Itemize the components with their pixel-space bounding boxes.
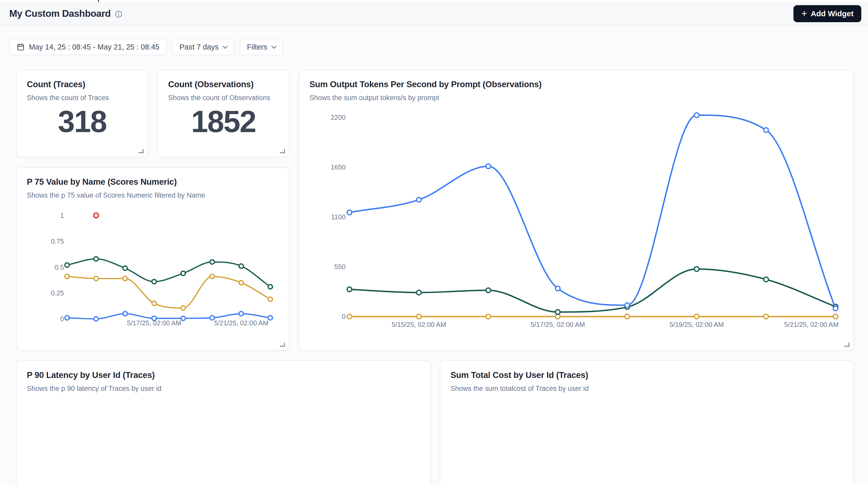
data-point bbox=[181, 306, 185, 310]
svg-text:5/19/25, 02:00 AM: 5/19/25, 02:00 AM bbox=[670, 321, 724, 328]
count-observations-card: Count (Observations) Shows the count of … bbox=[157, 70, 289, 157]
data-point bbox=[210, 274, 214, 279]
line-chart: 00.250.50.7515/17/25, 02:00 AM5/21/25, 0… bbox=[26, 207, 289, 346]
toolbar: May 14, 25 : 08:45 - May 21, 25 : 08:45 … bbox=[9, 39, 283, 55]
data-point bbox=[486, 164, 491, 169]
data-point bbox=[347, 287, 352, 292]
p75-value-chart-card: P 75 Value by Name (Scores Numeric) Show… bbox=[16, 167, 289, 351]
total-cost-chart-card: Sum Total Cost by User Id (Traces) Shows… bbox=[440, 360, 854, 485]
data-point bbox=[625, 314, 629, 319]
data-point bbox=[764, 128, 769, 132]
data-point bbox=[347, 210, 352, 215]
outlier-point bbox=[94, 213, 98, 218]
add-widget-label: Add Widget bbox=[811, 9, 854, 18]
p90-chart-canvas[interactable] bbox=[26, 403, 424, 485]
data-point bbox=[239, 264, 243, 268]
card-title: Sum Output Tokens Per Second by Prompt (… bbox=[309, 80, 843, 89]
data-point bbox=[833, 314, 838, 319]
svg-text:1650: 1650 bbox=[331, 163, 346, 171]
svg-text:0: 0 bbox=[60, 315, 64, 323]
data-point bbox=[764, 314, 769, 319]
data-point bbox=[625, 303, 629, 307]
resize-handle-icon[interactable] bbox=[138, 149, 144, 153]
date-range-picker[interactable]: May 14, 25 : 08:45 - May 21, 25 : 08:45 bbox=[9, 39, 166, 55]
data-point bbox=[694, 314, 699, 319]
data-point bbox=[152, 301, 156, 305]
data-point bbox=[694, 113, 699, 117]
cost-chart-canvas[interactable] bbox=[450, 398, 845, 485]
data-point bbox=[181, 316, 185, 321]
info-icon[interactable] bbox=[115, 10, 123, 18]
data-point bbox=[416, 314, 421, 319]
calendar-icon bbox=[17, 43, 25, 51]
data-point bbox=[123, 276, 127, 281]
p75-chart-canvas[interactable]: 00.250.50.7515/17/25, 02:00 AM5/21/25, 0… bbox=[26, 207, 289, 346]
data-point bbox=[94, 276, 98, 281]
card-title: P 75 Value by Name (Scores Numeric) bbox=[27, 177, 279, 187]
data-point bbox=[268, 284, 272, 289]
plus-icon: + bbox=[801, 8, 807, 18]
count-traces-value: 318 bbox=[27, 102, 137, 148]
y-axis-ticks: 0550110016502200 bbox=[331, 114, 346, 321]
card-title: P 90 Latency by User Id (Traces) bbox=[27, 370, 420, 380]
svg-text:2200: 2200 bbox=[331, 114, 346, 121]
data-point bbox=[65, 274, 69, 279]
data-point bbox=[210, 260, 214, 264]
data-point bbox=[833, 306, 838, 311]
data-point bbox=[555, 286, 560, 291]
data-point bbox=[94, 317, 98, 321]
card-subtitle: Shows the p 90 latency of Traces by user… bbox=[27, 385, 420, 393]
card-subtitle: Shows the count of Traces bbox=[27, 94, 137, 102]
filters-dropdown[interactable]: Filters bbox=[240, 39, 283, 55]
line-chart: 05501100165022005/15/25, 02:00 AM5/17/25… bbox=[309, 109, 844, 338]
data-point bbox=[181, 271, 185, 275]
card-title: Count (Observations) bbox=[168, 80, 279, 89]
data-point bbox=[416, 198, 421, 202]
chevron-down-icon bbox=[222, 43, 228, 49]
data-point bbox=[555, 310, 560, 314]
resize-handle-icon[interactable] bbox=[844, 342, 849, 347]
count-traces-card: Count (Traces) Shows the count of Traces… bbox=[16, 70, 148, 157]
title-wrap: My Custom Dashboard bbox=[9, 8, 123, 19]
svg-text:5/21/25, 02:00 AM: 5/21/25, 02:00 AM bbox=[784, 321, 839, 328]
data-point bbox=[152, 316, 156, 321]
svg-text:5/15/25, 02:00 AM: 5/15/25, 02:00 AM bbox=[392, 321, 446, 328]
resize-handle-icon[interactable] bbox=[280, 149, 285, 153]
top-strip bbox=[0, 0, 868, 2]
data-point bbox=[210, 315, 214, 320]
date-preset-value: Past 7 days bbox=[180, 43, 219, 51]
tokens-per-second-chart-card: Sum Output Tokens Per Second by Prompt (… bbox=[299, 70, 854, 351]
data-point bbox=[65, 263, 69, 267]
page-title: My Custom Dashboard bbox=[9, 8, 111, 19]
card-subtitle: Shows the p 75 value of Scores Numeric f… bbox=[27, 191, 279, 200]
svg-text:5/17/25, 02:00 AM: 5/17/25, 02:00 AM bbox=[530, 321, 585, 328]
data-point bbox=[123, 266, 127, 270]
svg-text:0.75: 0.75 bbox=[51, 237, 64, 245]
data-point bbox=[486, 288, 491, 293]
data-point bbox=[268, 297, 272, 301]
data-point bbox=[123, 311, 127, 316]
chevron-down-icon bbox=[271, 43, 276, 49]
data-point bbox=[694, 267, 699, 271]
date-range-value: May 14, 25 : 08:45 - May 21, 25 : 08:45 bbox=[29, 43, 159, 51]
data-point bbox=[152, 279, 156, 284]
data-point bbox=[764, 277, 769, 282]
date-preset-dropdown[interactable]: Past 7 days bbox=[172, 39, 234, 55]
add-widget-button[interactable]: + Add Widget bbox=[794, 5, 861, 22]
page-header: My Custom Dashboard + Add Widget bbox=[0, 2, 868, 26]
data-point bbox=[268, 315, 272, 320]
resize-handle-icon[interactable] bbox=[280, 342, 285, 347]
data-point bbox=[347, 314, 352, 319]
data-point bbox=[94, 257, 98, 261]
svg-text:0.5: 0.5 bbox=[55, 263, 64, 271]
svg-text:1100: 1100 bbox=[331, 213, 346, 221]
card-subtitle: Shows the sum output tokens/s by prompt bbox=[309, 94, 843, 102]
card-title: Count (Traces) bbox=[27, 80, 137, 89]
svg-text:0: 0 bbox=[342, 313, 346, 321]
p90-latency-chart-card: P 90 Latency by User Id (Traces) Shows t… bbox=[16, 360, 431, 485]
card-title: Sum Total Cost by User Id (Traces) bbox=[451, 370, 843, 380]
svg-text:5/21/25, 02:00 AM: 5/21/25, 02:00 AM bbox=[214, 319, 269, 327]
line-series-1 bbox=[65, 274, 273, 310]
tokens-chart-canvas[interactable]: 05501100165022005/15/25, 02:00 AM5/17/25… bbox=[309, 109, 844, 338]
count-observations-value: 1852 bbox=[168, 102, 279, 148]
